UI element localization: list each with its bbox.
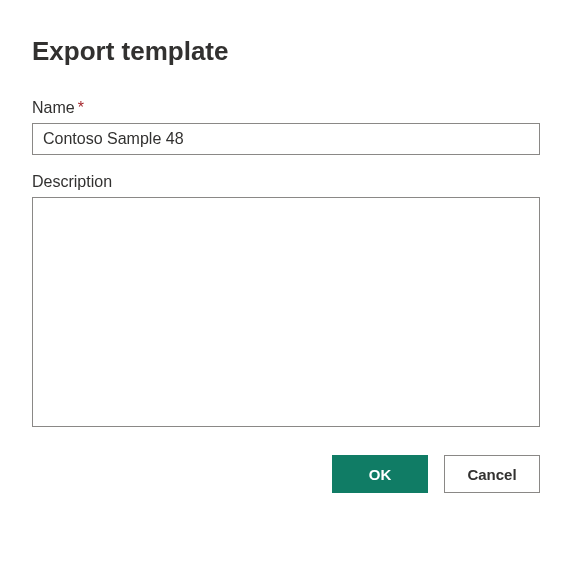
cancel-button[interactable]: Cancel bbox=[444, 455, 540, 493]
required-marker: * bbox=[78, 99, 84, 116]
button-row: OK Cancel bbox=[32, 455, 540, 493]
name-label: Name* bbox=[32, 99, 540, 117]
ok-button[interactable]: OK bbox=[332, 455, 428, 493]
description-label: Description bbox=[32, 173, 540, 191]
name-field-group: Name* bbox=[32, 99, 540, 155]
name-input[interactable] bbox=[32, 123, 540, 155]
description-field-group: Description bbox=[32, 173, 540, 431]
name-label-text: Name bbox=[32, 99, 75, 116]
dialog-title: Export template bbox=[32, 36, 540, 67]
description-textarea[interactable] bbox=[32, 197, 540, 427]
